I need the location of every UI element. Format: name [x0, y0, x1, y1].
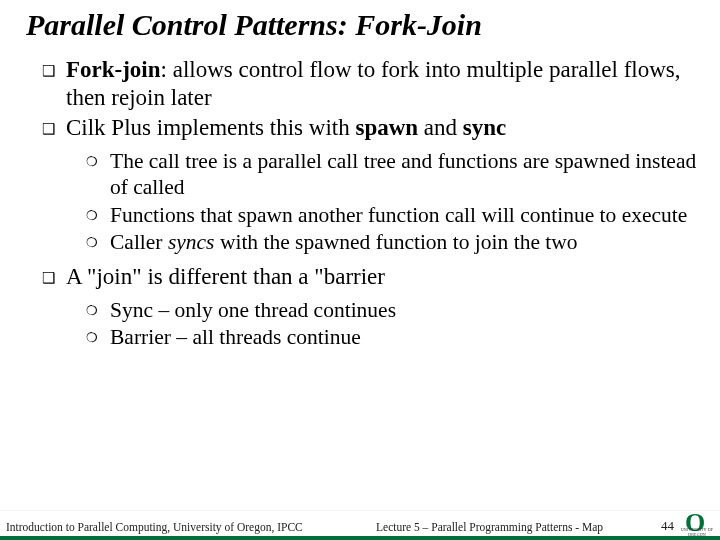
- term-fork-join: Fork-join: [66, 57, 161, 82]
- keyword-spawn: spawn: [355, 115, 418, 140]
- square-bullet-icon: ❑: [42, 62, 66, 80]
- bullet-cilk-plus: ❑Cilk Plus implements this with spawn an…: [20, 114, 700, 142]
- sub-bullet-caller-syncs: ❍Caller syncs with the spawned function …: [20, 229, 700, 255]
- bullet-fork-join-def: ❑Fork-join: allows control flow to fork …: [20, 56, 700, 112]
- circle-bullet-icon: ❍: [86, 303, 110, 319]
- text: Sync – only one thread continues: [110, 298, 396, 322]
- square-bullet-icon: ❑: [42, 120, 66, 138]
- slide-footer: Introduction to Parallel Computing, Univ…: [0, 510, 720, 540]
- sub-bullet-continue-execute: ❍Functions that spawn another function c…: [20, 202, 700, 228]
- sub-bullet-sync: ❍Sync – only one thread continues: [20, 297, 700, 323]
- page-number: 44: [661, 518, 674, 534]
- text: Barrier – all threads continue: [110, 325, 361, 349]
- emph-syncs: syncs: [168, 230, 215, 254]
- circle-bullet-icon: ❍: [86, 208, 110, 224]
- circle-bullet-icon: ❍: [86, 235, 110, 251]
- sub-bullet-barrier: ❍Barrier – all threads continue: [20, 324, 700, 350]
- text: Caller: [110, 230, 168, 254]
- footer-accent-bar: [0, 536, 720, 540]
- text: Functions that spawn another function ca…: [110, 203, 687, 227]
- circle-bullet-icon: ❍: [86, 330, 110, 346]
- university-logo: O UNIVERSITY OF OREGON: [680, 510, 714, 536]
- slide-body: ❑Fork-join: allows control flow to fork …: [20, 56, 700, 540]
- circle-bullet-icon: ❍: [86, 154, 110, 170]
- bullet-join-vs-barrier: ❑A "join" is different than a "barrier: [20, 263, 700, 291]
- text: Cilk Plus implements this with: [66, 115, 355, 140]
- sub-bullets-group: ❍The call tree is a parallel call tree a…: [20, 148, 700, 255]
- footer-course-info: Introduction to Parallel Computing, Univ…: [6, 521, 303, 533]
- sub-bullets-group: ❍Sync – only one thread continues ❍Barri…: [20, 297, 700, 350]
- text: with the spawned function to join the tw…: [215, 230, 578, 254]
- text: A "join" is different than a "barrier: [66, 264, 385, 289]
- slide: Parallel Control Patterns: Fork-Join ❑Fo…: [0, 0, 720, 540]
- slide-title: Parallel Control Patterns: Fork-Join: [20, 8, 700, 42]
- text: The call tree is a parallel call tree an…: [110, 149, 696, 199]
- keyword-sync: sync: [463, 115, 506, 140]
- footer-lecture-title: Lecture 5 – Parallel Programming Pattern…: [376, 521, 603, 533]
- sub-bullet-call-tree: ❍The call tree is a parallel call tree a…: [20, 148, 700, 200]
- square-bullet-icon: ❑: [42, 269, 66, 287]
- text: and: [418, 115, 463, 140]
